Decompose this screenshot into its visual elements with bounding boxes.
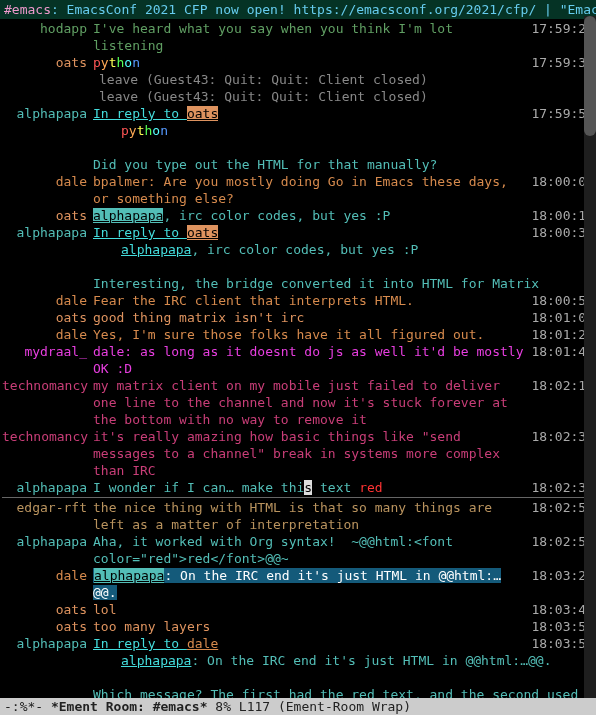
channel-name: #emacs — [4, 2, 51, 17]
nick: dale — [2, 173, 93, 190]
message-body: alphapapa, irc color codes, but yes :P — [93, 207, 525, 224]
message-row: hodappI've heard what you say when you t… — [2, 20, 594, 54]
nick: dale — [2, 292, 93, 309]
message-row: oatstoo many layers18:03:52 — [2, 618, 594, 635]
chat-log[interactable]: hodappI've heard what you say when you t… — [0, 19, 596, 698]
nick: alphapapa — [2, 224, 93, 241]
message-row: oatspython17:59:31 — [2, 54, 594, 71]
message-body: my matrix client on my mobile just faile… — [93, 377, 525, 428]
message-body: the nice thing with HTML is that so many… — [93, 499, 525, 533]
title-bar: #emacs: EmacsConf 2021 CFP now open! htt… — [0, 0, 596, 19]
nick: oats — [2, 207, 93, 224]
title-topic: : EmacsConf 2021 CFP now open! https://e… — [51, 2, 596, 17]
message-row: Interesting, the bridge converted it int… — [2, 275, 594, 292]
reply-link[interactable]: In reply to — [93, 106, 187, 121]
message-row: alphapapaI wonder if I can… make this te… — [2, 479, 594, 496]
message-row: oatsgood thing matrix isn't irc18:01:05 — [2, 309, 594, 326]
cursor: s — [304, 480, 312, 495]
message-body: lol — [93, 601, 525, 618]
message-body: alphapapa, irc color codes, but yes :P — [93, 241, 594, 258]
message-row: dalealphapapa: On the IRC end it's just … — [2, 567, 594, 601]
modeline-flags: -:%*- — [4, 699, 51, 714]
message-row: technomancymy matrix client on my mobile… — [2, 377, 594, 428]
message-row: oatsalphapapa, irc color codes, but yes … — [2, 207, 594, 224]
blank-line — [2, 669, 594, 686]
reply-target[interactable]: dale — [187, 636, 218, 651]
message-body: Which message? The first had the red tex… — [93, 686, 594, 698]
message-body: Aha, it worked with Org syntax! ~@@html:… — [93, 533, 525, 567]
nick: oats — [2, 618, 93, 635]
scrollbar-thumb[interactable] — [584, 16, 596, 136]
message-body: bpalmer: Are you mostly doing Go in Emac… — [93, 173, 525, 207]
message-row: leave (Guest43: Quit: Quit: Client close… — [2, 88, 594, 105]
message-body: good thing matrix isn't irc — [93, 309, 525, 326]
message-row: edgar-rftthe nice thing with HTML is tha… — [2, 499, 594, 533]
message-row: mydraal_dale: as long as it doesnt do js… — [2, 343, 594, 377]
message-row: alphapapaAha, it worked with Org syntax!… — [2, 533, 594, 567]
message-row: alphapapaIn reply to oats18:00:35 — [2, 224, 594, 241]
message-body: alphapapa: On the IRC end it's just HTML… — [93, 567, 525, 601]
blank-line — [2, 139, 594, 156]
message-row: alphapapaIn reply to oats17:59:58 — [2, 105, 594, 122]
nick: alphapapa — [2, 105, 93, 122]
message-row: alphapapa: On the IRC end it's just HTML… — [2, 652, 594, 669]
nick: hodapp — [2, 20, 93, 37]
mode-line: -:%*- *Ement Room: #emacs* 8% L117 (Emen… — [0, 698, 596, 715]
message-body: Fear the IRC client that interprets HTML… — [93, 292, 525, 309]
message-body: In reply to oats — [93, 224, 525, 241]
message-body: leave (Guest43: Quit: Quit: Client close… — [93, 88, 594, 105]
message-body: I wonder if I can… make this text red — [93, 479, 525, 496]
nick: oats — [2, 309, 93, 326]
modeline-buffer: *Ement Room: #emacs* — [51, 699, 208, 714]
message-body: I've heard what you say when you think I… — [93, 20, 525, 54]
message-row: Which message? The first had the red tex… — [2, 686, 594, 698]
message-body: In reply to dale — [93, 635, 525, 652]
nick: mydraal_ — [2, 343, 93, 360]
message-row: daleFear the IRC client that interprets … — [2, 292, 594, 309]
nick: technomancy — [2, 377, 93, 394]
message-row: alphapapaIn reply to dale18:03:59 — [2, 635, 594, 652]
nick: oats — [2, 601, 93, 618]
message-body: alphapapa: On the IRC end it's just HTML… — [93, 652, 594, 669]
message-body: too many layers — [93, 618, 525, 635]
message-body: dale: as long as it doesnt do js as well… — [93, 343, 525, 377]
scrollbar[interactable] — [584, 16, 596, 698]
modeline-line: L117 — [239, 699, 270, 714]
message-body: leave (Guest43: Quit: Quit: Client close… — [93, 71, 594, 88]
nick: dale — [2, 326, 93, 343]
message-body: python — [93, 54, 525, 71]
reply-link[interactable]: In reply to — [93, 225, 187, 240]
message-row: technomancyit's really amazing how basic… — [2, 428, 594, 479]
message-body: In reply to oats — [93, 105, 525, 122]
nick: dale — [2, 567, 93, 584]
nick: alphapapa — [2, 479, 93, 496]
message-body: Did you type out the HTML for that manua… — [93, 156, 594, 173]
message-row: oatslol18:03:46 — [2, 601, 594, 618]
message-body: Interesting, the bridge converted it int… — [93, 275, 594, 292]
reply-target[interactable]: oats — [187, 106, 218, 121]
mention[interactable]: alphapapa — [121, 242, 191, 257]
message-body: it's really amazing how basic things lik… — [93, 428, 525, 479]
modeline-mode: (Ement-Room Wrap) — [270, 699, 411, 714]
message-body: python — [93, 122, 594, 139]
mention[interactable]: alphapapa — [121, 653, 191, 668]
message-row: alphapapa, irc color codes, but yes :P — [2, 241, 594, 258]
reply-target[interactable]: oats — [187, 225, 218, 240]
message-row: daleYes, I'm sure those folks have it al… — [2, 326, 594, 343]
message-body: Yes, I'm sure those folks have it all fi… — [93, 326, 525, 343]
nick: technomancy — [2, 428, 93, 445]
nick: alphapapa — [2, 635, 93, 652]
message-row: dalebpalmer: Are you mostly doing Go in … — [2, 173, 594, 207]
nick: edgar-rft — [2, 499, 93, 516]
modeline-position: 8% — [208, 699, 239, 714]
divider — [2, 497, 594, 498]
mention[interactable]: alphapapa — [93, 208, 163, 223]
message-row: leave (Guest43: Quit: Quit: Client close… — [2, 71, 594, 88]
message-row: python — [2, 122, 594, 139]
nick: alphapapa — [2, 533, 93, 550]
message-row: Did you type out the HTML for that manua… — [2, 156, 594, 173]
reply-link[interactable]: In reply to — [93, 636, 187, 651]
mention[interactable]: alphapapa — [94, 568, 164, 583]
emacs-frame: #emacs: EmacsConf 2021 CFP now open! htt… — [0, 0, 596, 715]
nick: oats — [2, 54, 93, 71]
